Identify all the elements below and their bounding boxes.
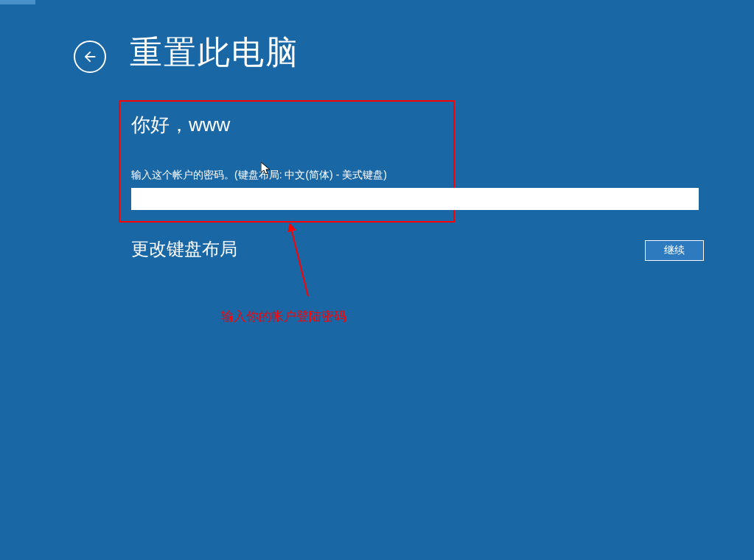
annotation-text: 输入你的帐户登陆密码 xyxy=(221,308,346,325)
back-arrow-icon xyxy=(82,49,98,65)
back-button[interactable] xyxy=(74,41,106,73)
window-accent-bar xyxy=(0,0,35,4)
annotation-arrow-icon xyxy=(282,223,327,304)
instruction-text: 输入这个帐户的密码。(键盘布局: 中文(简体) - 美式键盘) xyxy=(131,169,699,182)
change-keyboard-link[interactable]: 更改键盘布局 xyxy=(131,237,237,261)
page-title: 重置此电脑 xyxy=(130,31,299,74)
content-area: 你好，www 输入这个帐户的密码。(键盘布局: 中文(简体) - 美式键盘) xyxy=(131,112,699,210)
greeting-text: 你好，www xyxy=(131,112,699,138)
svg-line-1 xyxy=(291,228,308,296)
password-input[interactable] xyxy=(131,188,699,210)
header: 重置此电脑 xyxy=(0,0,754,74)
continue-button[interactable]: 继续 xyxy=(645,240,704,261)
